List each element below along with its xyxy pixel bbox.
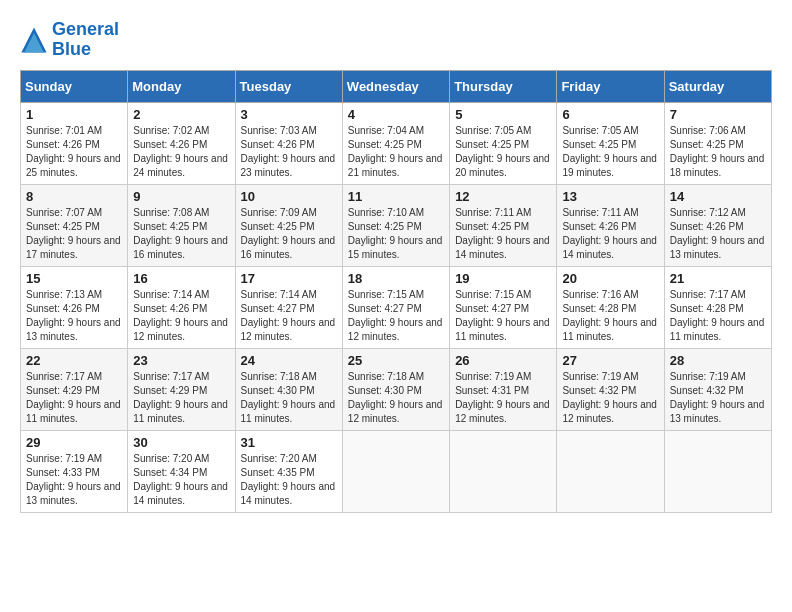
day-info: Sunrise: 7:20 AM Sunset: 4:35 PM Dayligh… xyxy=(241,452,337,508)
calendar-cell: 31 Sunrise: 7:20 AM Sunset: 4:35 PM Dayl… xyxy=(235,430,342,512)
day-info: Sunrise: 7:07 AM Sunset: 4:25 PM Dayligh… xyxy=(26,206,122,262)
day-number: 8 xyxy=(26,189,122,204)
calendar-cell: 9 Sunrise: 7:08 AM Sunset: 4:25 PM Dayli… xyxy=(128,184,235,266)
day-info: Sunrise: 7:17 AM Sunset: 4:29 PM Dayligh… xyxy=(133,370,229,426)
day-info: Sunrise: 7:11 AM Sunset: 4:26 PM Dayligh… xyxy=(562,206,658,262)
day-info: Sunrise: 7:20 AM Sunset: 4:34 PM Dayligh… xyxy=(133,452,229,508)
calendar-cell: 12 Sunrise: 7:11 AM Sunset: 4:25 PM Dayl… xyxy=(450,184,557,266)
calendar-cell xyxy=(450,430,557,512)
day-info: Sunrise: 7:05 AM Sunset: 4:25 PM Dayligh… xyxy=(562,124,658,180)
calendar-cell: 6 Sunrise: 7:05 AM Sunset: 4:25 PM Dayli… xyxy=(557,102,664,184)
calendar-cell: 26 Sunrise: 7:19 AM Sunset: 4:31 PM Dayl… xyxy=(450,348,557,430)
day-info: Sunrise: 7:09 AM Sunset: 4:25 PM Dayligh… xyxy=(241,206,337,262)
day-number: 29 xyxy=(26,435,122,450)
calendar-cell: 14 Sunrise: 7:12 AM Sunset: 4:26 PM Dayl… xyxy=(664,184,771,266)
day-info: Sunrise: 7:18 AM Sunset: 4:30 PM Dayligh… xyxy=(241,370,337,426)
weekday-header-wednesday: Wednesday xyxy=(342,70,449,102)
calendar-cell: 7 Sunrise: 7:06 AM Sunset: 4:25 PM Dayli… xyxy=(664,102,771,184)
day-info: Sunrise: 7:01 AM Sunset: 4:26 PM Dayligh… xyxy=(26,124,122,180)
calendar-cell: 24 Sunrise: 7:18 AM Sunset: 4:30 PM Dayl… xyxy=(235,348,342,430)
day-info: Sunrise: 7:14 AM Sunset: 4:26 PM Dayligh… xyxy=(133,288,229,344)
day-info: Sunrise: 7:17 AM Sunset: 4:28 PM Dayligh… xyxy=(670,288,766,344)
day-number: 15 xyxy=(26,271,122,286)
calendar-cell: 25 Sunrise: 7:18 AM Sunset: 4:30 PM Dayl… xyxy=(342,348,449,430)
page-header: General Blue xyxy=(20,20,772,60)
calendar-cell: 3 Sunrise: 7:03 AM Sunset: 4:26 PM Dayli… xyxy=(235,102,342,184)
day-number: 25 xyxy=(348,353,444,368)
day-number: 14 xyxy=(670,189,766,204)
calendar-cell xyxy=(342,430,449,512)
day-info: Sunrise: 7:19 AM Sunset: 4:32 PM Dayligh… xyxy=(670,370,766,426)
calendar-table: SundayMondayTuesdayWednesdayThursdayFrid… xyxy=(20,70,772,513)
weekday-header-sunday: Sunday xyxy=(21,70,128,102)
day-info: Sunrise: 7:05 AM Sunset: 4:25 PM Dayligh… xyxy=(455,124,551,180)
calendar-cell: 4 Sunrise: 7:04 AM Sunset: 4:25 PM Dayli… xyxy=(342,102,449,184)
day-info: Sunrise: 7:11 AM Sunset: 4:25 PM Dayligh… xyxy=(455,206,551,262)
day-number: 3 xyxy=(241,107,337,122)
calendar-cell: 5 Sunrise: 7:05 AM Sunset: 4:25 PM Dayli… xyxy=(450,102,557,184)
day-number: 12 xyxy=(455,189,551,204)
calendar-cell: 22 Sunrise: 7:17 AM Sunset: 4:29 PM Dayl… xyxy=(21,348,128,430)
day-number: 5 xyxy=(455,107,551,122)
calendar-cell: 13 Sunrise: 7:11 AM Sunset: 4:26 PM Dayl… xyxy=(557,184,664,266)
day-number: 31 xyxy=(241,435,337,450)
day-info: Sunrise: 7:15 AM Sunset: 4:27 PM Dayligh… xyxy=(455,288,551,344)
calendar-cell: 1 Sunrise: 7:01 AM Sunset: 4:26 PM Dayli… xyxy=(21,102,128,184)
day-number: 28 xyxy=(670,353,766,368)
calendar-cell: 11 Sunrise: 7:10 AM Sunset: 4:25 PM Dayl… xyxy=(342,184,449,266)
weekday-header-tuesday: Tuesday xyxy=(235,70,342,102)
calendar-cell: 27 Sunrise: 7:19 AM Sunset: 4:32 PM Dayl… xyxy=(557,348,664,430)
calendar-cell: 30 Sunrise: 7:20 AM Sunset: 4:34 PM Dayl… xyxy=(128,430,235,512)
calendar-cell: 8 Sunrise: 7:07 AM Sunset: 4:25 PM Dayli… xyxy=(21,184,128,266)
day-info: Sunrise: 7:18 AM Sunset: 4:30 PM Dayligh… xyxy=(348,370,444,426)
day-number: 20 xyxy=(562,271,658,286)
day-number: 1 xyxy=(26,107,122,122)
day-info: Sunrise: 7:04 AM Sunset: 4:25 PM Dayligh… xyxy=(348,124,444,180)
day-number: 13 xyxy=(562,189,658,204)
day-number: 18 xyxy=(348,271,444,286)
weekday-header-monday: Monday xyxy=(128,70,235,102)
calendar-cell: 21 Sunrise: 7:17 AM Sunset: 4:28 PM Dayl… xyxy=(664,266,771,348)
day-info: Sunrise: 7:13 AM Sunset: 4:26 PM Dayligh… xyxy=(26,288,122,344)
calendar-cell: 18 Sunrise: 7:15 AM Sunset: 4:27 PM Dayl… xyxy=(342,266,449,348)
day-number: 9 xyxy=(133,189,229,204)
day-number: 19 xyxy=(455,271,551,286)
day-number: 6 xyxy=(562,107,658,122)
calendar-cell: 15 Sunrise: 7:13 AM Sunset: 4:26 PM Dayl… xyxy=(21,266,128,348)
day-info: Sunrise: 7:16 AM Sunset: 4:28 PM Dayligh… xyxy=(562,288,658,344)
calendar-cell: 20 Sunrise: 7:16 AM Sunset: 4:28 PM Dayl… xyxy=(557,266,664,348)
day-number: 16 xyxy=(133,271,229,286)
day-info: Sunrise: 7:03 AM Sunset: 4:26 PM Dayligh… xyxy=(241,124,337,180)
day-info: Sunrise: 7:19 AM Sunset: 4:32 PM Dayligh… xyxy=(562,370,658,426)
calendar-cell: 29 Sunrise: 7:19 AM Sunset: 4:33 PM Dayl… xyxy=(21,430,128,512)
day-info: Sunrise: 7:14 AM Sunset: 4:27 PM Dayligh… xyxy=(241,288,337,344)
day-number: 10 xyxy=(241,189,337,204)
calendar-cell: 19 Sunrise: 7:15 AM Sunset: 4:27 PM Dayl… xyxy=(450,266,557,348)
day-number: 17 xyxy=(241,271,337,286)
calendar-cell xyxy=(664,430,771,512)
day-info: Sunrise: 7:15 AM Sunset: 4:27 PM Dayligh… xyxy=(348,288,444,344)
weekday-header-thursday: Thursday xyxy=(450,70,557,102)
calendar-cell: 16 Sunrise: 7:14 AM Sunset: 4:26 PM Dayl… xyxy=(128,266,235,348)
day-info: Sunrise: 7:08 AM Sunset: 4:25 PM Dayligh… xyxy=(133,206,229,262)
day-number: 23 xyxy=(133,353,229,368)
day-number: 2 xyxy=(133,107,229,122)
logo-icon xyxy=(20,26,48,54)
calendar-cell: 2 Sunrise: 7:02 AM Sunset: 4:26 PM Dayli… xyxy=(128,102,235,184)
day-number: 22 xyxy=(26,353,122,368)
calendar-cell: 23 Sunrise: 7:17 AM Sunset: 4:29 PM Dayl… xyxy=(128,348,235,430)
day-number: 7 xyxy=(670,107,766,122)
day-info: Sunrise: 7:10 AM Sunset: 4:25 PM Dayligh… xyxy=(348,206,444,262)
day-info: Sunrise: 7:06 AM Sunset: 4:25 PM Dayligh… xyxy=(670,124,766,180)
day-number: 24 xyxy=(241,353,337,368)
day-number: 26 xyxy=(455,353,551,368)
weekday-header-friday: Friday xyxy=(557,70,664,102)
day-info: Sunrise: 7:19 AM Sunset: 4:33 PM Dayligh… xyxy=(26,452,122,508)
day-info: Sunrise: 7:19 AM Sunset: 4:31 PM Dayligh… xyxy=(455,370,551,426)
day-info: Sunrise: 7:17 AM Sunset: 4:29 PM Dayligh… xyxy=(26,370,122,426)
day-number: 11 xyxy=(348,189,444,204)
logo-text: General Blue xyxy=(52,20,119,60)
day-number: 27 xyxy=(562,353,658,368)
day-number: 4 xyxy=(348,107,444,122)
calendar-cell: 17 Sunrise: 7:14 AM Sunset: 4:27 PM Dayl… xyxy=(235,266,342,348)
